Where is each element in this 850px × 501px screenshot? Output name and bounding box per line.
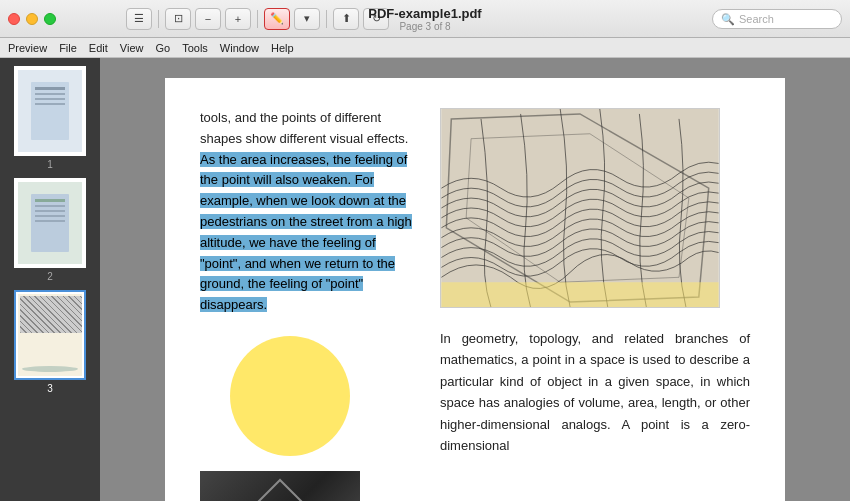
menubar: Preview File Edit View Go Tools Window H… [0, 38, 850, 58]
thumb-num-3: 3 [47, 383, 53, 394]
menu-tools[interactable]: Tools [182, 42, 208, 54]
titlebar-center: PDF-example1.pdf Page 3 of 8 [368, 6, 481, 32]
toolbar: ☰ ⊡ − + ✏️ ▾ ⬆ ↻ [126, 8, 389, 30]
svg-rect-1 [441, 282, 718, 307]
menu-go[interactable]: Go [155, 42, 170, 54]
search-icon: 🔍 [721, 13, 735, 26]
markup-button[interactable]: ▾ [294, 8, 320, 30]
maximize-button[interactable] [44, 13, 56, 25]
search-box[interactable]: 🔍 Search [712, 9, 842, 29]
separator2 [257, 10, 258, 28]
separator3 [326, 10, 327, 28]
geometry-paragraph: In geometry, topology, and related branc… [440, 328, 750, 457]
left-column: tools, and the points of different shape… [200, 108, 420, 501]
document-content[interactable]: tools, and the points of different shape… [100, 58, 850, 501]
geometric-image [440, 108, 720, 308]
menu-view[interactable]: View [120, 42, 144, 54]
page-indicator: Page 3 of 8 [399, 21, 450, 32]
thumb-num-1: 1 [47, 159, 53, 170]
page-columns: tools, and the points of different shape… [200, 108, 750, 501]
highlighted-text: As the area increases, the feeling of th… [200, 152, 412, 313]
geometry-text-block: In geometry, topology, and related branc… [440, 328, 750, 457]
menu-window[interactable]: Window [220, 42, 259, 54]
menu-file[interactable]: File [59, 42, 77, 54]
search-placeholder: Search [739, 13, 774, 25]
page-text-block: tools, and the points of different shape… [200, 108, 420, 316]
separator [158, 10, 159, 28]
sidebar: 1 2 [0, 58, 100, 501]
close-button[interactable] [8, 13, 20, 25]
intro-text: tools, and the points of different shape… [200, 110, 408, 146]
pencil-button[interactable]: ✏️ [264, 8, 290, 30]
thumbnail-3[interactable]: 3 [10, 290, 90, 394]
document-title: PDF-example1.pdf [368, 6, 481, 21]
main-area: 1 2 [0, 58, 850, 501]
menu-help[interactable]: Help [271, 42, 294, 54]
bottom-small-image [200, 471, 360, 501]
share-button[interactable]: ⬆ [333, 8, 359, 30]
menu-preview[interactable]: Preview [8, 42, 47, 54]
zoom-fit-button[interactable]: ⊡ [165, 8, 191, 30]
zoom-in-button[interactable]: + [225, 8, 251, 30]
titlebar: ☰ ⊡ − + ✏️ ▾ ⬆ ↻ PDF-example1.pdf Page 3… [0, 0, 850, 38]
yellow-circle-decoration [230, 336, 350, 456]
traffic-lights [8, 13, 56, 25]
pdf-page: tools, and the points of different shape… [165, 78, 785, 501]
sidebar-toggle-button[interactable]: ☰ [126, 8, 152, 30]
zoom-out-button[interactable]: − [195, 8, 221, 30]
thumbnail-1[interactable]: 1 [10, 66, 90, 170]
thumb-num-2: 2 [47, 271, 53, 282]
thumbnail-2[interactable]: 2 [10, 178, 90, 282]
menu-edit[interactable]: Edit [89, 42, 108, 54]
minimize-button[interactable] [26, 13, 38, 25]
right-column: In geometry, topology, and related branc… [440, 108, 750, 501]
